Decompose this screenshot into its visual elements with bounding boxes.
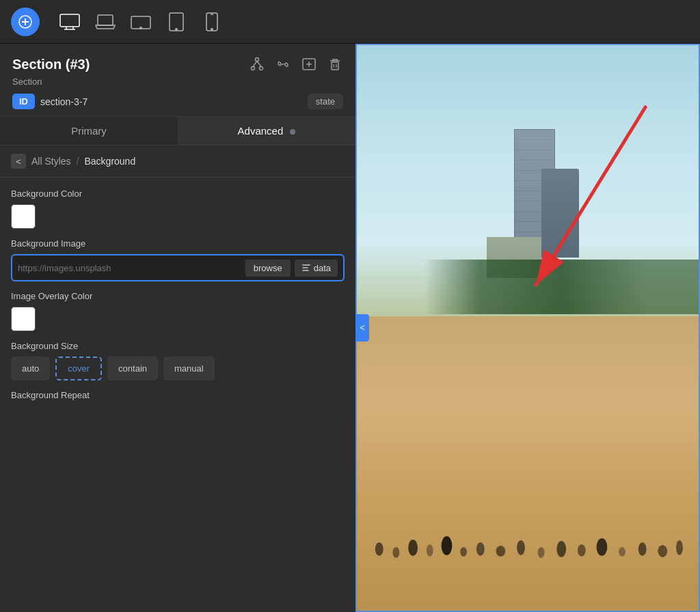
section-title-row: Section (#3) — [12, 56, 343, 72]
svg-line-18 — [253, 61, 257, 67]
building-round — [541, 169, 579, 258]
device-toolbar — [59, 11, 223, 33]
link-icon[interactable] — [275, 56, 291, 72]
svg-point-11 — [176, 28, 177, 29]
canvas-collapse-button[interactable]: < — [355, 314, 369, 342]
background-repeat-label: Background Repeat — [11, 390, 345, 400]
size-auto-button[interactable]: auto — [11, 357, 50, 380]
svg-point-36 — [538, 547, 545, 558]
sand-area — [355, 316, 700, 612]
tab-active-indicator — [290, 129, 295, 135]
size-contain-button[interactable]: contain — [107, 357, 158, 380]
breadcrumb-current: Background — [84, 156, 135, 167]
breadcrumb: < All Styles / Background — [0, 145, 355, 178]
background-image-label: Background Image — [11, 238, 345, 249]
section-header: Section (#3) — [0, 44, 355, 117]
svg-point-33 — [476, 542, 485, 556]
image-overlay-color-row — [11, 307, 345, 331]
svg-rect-7 — [98, 15, 113, 25]
background-color-swatch[interactable] — [11, 204, 36, 229]
topbar — [0, 0, 700, 44]
breadcrumb-all-styles[interactable]: All Styles — [31, 156, 71, 167]
state-button[interactable]: state — [308, 94, 343, 109]
id-badge[interactable]: ID — [12, 94, 35, 109]
svg-point-14 — [211, 28, 213, 29]
svg-point-34 — [496, 546, 506, 557]
svg-point-40 — [619, 547, 625, 557]
svg-point-32 — [460, 547, 467, 557]
mobile-device-button[interactable] — [201, 11, 223, 33]
id-value: section-3-7 — [40, 96, 302, 107]
svg-point-9 — [140, 27, 142, 28]
section-actions — [249, 56, 343, 72]
browse-button[interactable]: browse — [245, 260, 291, 277]
svg-point-35 — [517, 540, 525, 555]
laptop-device-button[interactable] — [94, 11, 116, 33]
background-image-input-row: browse data — [11, 254, 345, 281]
svg-point-28 — [393, 547, 400, 558]
data-icon — [301, 263, 311, 273]
image-overlay-label: Image Overlay Color — [11, 291, 345, 301]
svg-point-39 — [597, 539, 608, 557]
main-content: Section (#3) — [0, 44, 700, 612]
svg-line-19 — [257, 61, 261, 67]
background-size-options: auto cover contain manual — [11, 357, 345, 380]
data-button[interactable]: data — [295, 260, 338, 277]
svg-point-15 — [256, 58, 259, 61]
section-type-label: Section — [12, 76, 343, 87]
hierarchy-icon[interactable] — [249, 56, 265, 72]
image-overlay-color-swatch[interactable] — [11, 307, 36, 331]
tablet-portrait-device-button[interactable] — [165, 11, 187, 33]
background-size-label: Background Size — [11, 341, 345, 351]
sidebar-scroll: Background Color Background Image browse… — [0, 178, 355, 612]
svg-point-27 — [375, 542, 383, 556]
tab-advanced[interactable]: Advanced — [178, 117, 355, 145]
tab-primary[interactable]: Primary — [0, 117, 178, 145]
svg-rect-24 — [332, 62, 338, 70]
svg-point-29 — [408, 540, 418, 557]
svg-point-37 — [556, 541, 566, 557]
delete-icon[interactable] — [327, 56, 343, 72]
svg-point-16 — [252, 67, 255, 70]
id-row: ID section-3-7 state — [12, 94, 343, 109]
background-color-label: Background Color — [11, 189, 345, 199]
svg-point-31 — [442, 537, 453, 556]
add-section-icon[interactable] — [301, 56, 317, 72]
canvas: < — [355, 44, 700, 612]
desktop-device-button[interactable] — [59, 11, 81, 33]
section-title: Section (#3) — [12, 57, 90, 72]
svg-point-43 — [676, 540, 683, 555]
svg-point-41 — [638, 542, 647, 556]
size-cover-button[interactable]: cover — [55, 357, 102, 380]
svg-point-30 — [427, 544, 433, 557]
size-manual-button[interactable]: manual — [163, 357, 215, 380]
add-button[interactable] — [11, 8, 40, 36]
background-image-input[interactable] — [18, 263, 241, 273]
svg-point-38 — [578, 544, 586, 557]
breadcrumb-separator: / — [77, 156, 79, 167]
tablet-landscape-device-button[interactable] — [130, 11, 152, 33]
canvas-background — [355, 44, 700, 612]
people-layer — [366, 518, 690, 566]
tab-row: Primary Advanced — [0, 117, 355, 145]
background-color-row — [11, 204, 345, 229]
svg-point-42 — [658, 545, 667, 557]
sidebar: Section (#3) — [0, 44, 355, 612]
svg-rect-3 — [60, 14, 79, 27]
svg-point-17 — [260, 67, 263, 70]
trees-strip — [425, 260, 700, 314]
breadcrumb-back-button[interactable]: < — [11, 154, 26, 169]
